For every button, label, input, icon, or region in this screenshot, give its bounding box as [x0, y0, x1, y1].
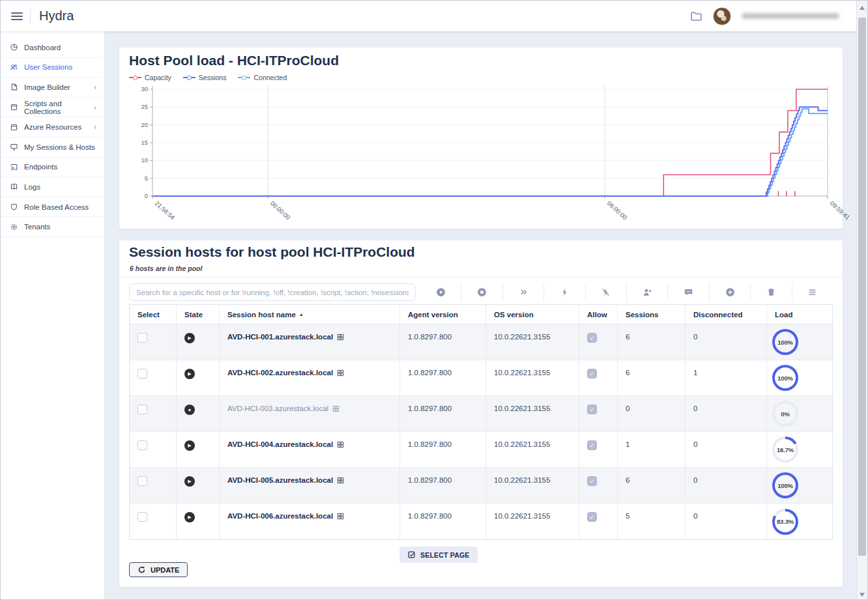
dashboard-icon: [10, 43, 18, 51]
sessions-count: 6: [618, 360, 686, 395]
legend-item-capacity[interactable]: Capacity: [129, 74, 171, 81]
row-select-checkbox[interactable]: [137, 333, 147, 343]
folder-icon[interactable]: [690, 10, 702, 22]
session-host-name[interactable]: AVD-HCI-001.azurestack.local: [227, 333, 333, 341]
col-state[interactable]: State: [177, 305, 220, 324]
host-search-input[interactable]: [129, 283, 416, 301]
col-session-host-name[interactable]: Session host name▲: [220, 305, 400, 324]
section-subtitle: 6 hosts are in the pool: [130, 264, 202, 272]
user-avatar[interactable]: [713, 7, 731, 25]
apps-grid-icon[interactable]: [337, 441, 344, 448]
sidebar-item-scripts-and-collections[interactable]: Scripts and Collections‹: [1, 98, 104, 118]
allow-checkbox[interactable]: ✓: [587, 369, 597, 379]
session-host-name[interactable]: AVD-HCI-002.azurestack.local: [227, 369, 333, 377]
apps-grid-icon[interactable]: [337, 369, 344, 377]
state-running-icon: ▶: [184, 369, 195, 379]
col-allow[interactable]: Allow: [579, 305, 618, 324]
allow-checkbox[interactable]: ✓: [587, 333, 597, 343]
svg-text:21:58:54: 21:58:54: [154, 199, 177, 221]
sidebar-item-endpoints[interactable]: Endpoints: [1, 158, 104, 178]
chart-legend: CapacitySessionsConnected: [129, 74, 287, 81]
col-os-version[interactable]: OS version: [486, 305, 579, 324]
stop-hosts-button[interactable]: [461, 283, 502, 301]
sidebar-item-image-builder[interactable]: Image Builder‹: [1, 78, 104, 98]
table-row: ▶AVD-HCI-004.azurestack.local1.0.8297.80…: [130, 432, 832, 468]
host-actions-toolbar: [420, 283, 833, 301]
session-hosts-table: Select State Session host name▲ Agent ve…: [129, 304, 833, 540]
session-host-name[interactable]: AVD-HCI-004.azurestack.local: [227, 440, 333, 448]
scroll-up-arrow-icon[interactable]: [860, 6, 865, 10]
check-square-icon: [407, 550, 416, 559]
svg-text:09:59:41: 09:59:41: [829, 199, 852, 221]
legend-label: Sessions: [199, 74, 227, 81]
sidebar-item-my-sessions-hosts[interactable]: My Sessions & Hosts: [1, 137, 104, 158]
row-select-checkbox[interactable]: [137, 405, 147, 414]
session-host-name[interactable]: AVD-HCI-003.azurestack.local: [227, 405, 328, 412]
sidebar-item-dashboard[interactable]: Dashboard: [1, 38, 104, 58]
legend-item-connected[interactable]: Connected: [238, 74, 287, 81]
svg-text:0: 0: [145, 192, 148, 199]
col-load[interactable]: Load: [767, 305, 832, 324]
allow-checkbox[interactable]: ✓: [587, 512, 597, 522]
hamburger-menu-icon[interactable]: [11, 10, 23, 22]
sidebar-item-user-sessions[interactable]: User Sessions: [1, 58, 104, 78]
apps-grid-icon[interactable]: [337, 513, 344, 520]
chevron-collapsed-icon: ‹: [94, 123, 96, 131]
scroll-down-arrow-icon[interactable]: [860, 593, 865, 597]
col-select[interactable]: Select: [130, 305, 177, 324]
apps-grid-icon[interactable]: [332, 405, 340, 412]
bolt-icon: [560, 287, 570, 297]
select-page-button[interactable]: SELECT PAGE: [399, 547, 478, 563]
power-on-button[interactable]: [543, 283, 585, 301]
row-select-checkbox[interactable]: [137, 440, 147, 450]
apps-grid-icon[interactable]: [337, 334, 344, 341]
sidebar-item-azure-resources[interactable]: Azure Resources‹: [1, 117, 104, 137]
col-sessions[interactable]: Sessions: [618, 305, 686, 324]
sidebar-item-role-based-access[interactable]: Role Based Access: [1, 197, 104, 218]
session-hosts-card: Session hosts for host pool HCI-ITProClo…: [119, 240, 843, 587]
svg-text:30: 30: [141, 85, 148, 93]
allow-checkbox[interactable]: ✓: [587, 476, 597, 486]
legend-item-sessions[interactable]: Sessions: [183, 74, 227, 81]
sidebar-item-logs[interactable]: Logs: [1, 177, 104, 197]
session-host-name[interactable]: AVD-HCI-005.azurestack.local: [227, 476, 333, 484]
delete-host-button[interactable]: [750, 283, 791, 301]
skip-button[interactable]: [502, 283, 543, 301]
start-hosts-button[interactable]: [420, 283, 461, 301]
sidebar-item-tenants[interactable]: Tenants: [1, 217, 104, 237]
plus-circle-icon: [725, 287, 735, 297]
host-pool-load-card: Host Pool load - HCI-ITProCloud Capacity…: [119, 48, 843, 229]
row-select-checkbox[interactable]: [137, 512, 147, 522]
load-value: 16.7%: [775, 439, 796, 460]
section-title: Session hosts for host pool HCI-ITProClo…: [129, 244, 415, 260]
update-button[interactable]: UPDATE: [129, 562, 188, 577]
session-host-name[interactable]: AVD-HCI-006.azurestack.local: [227, 512, 333, 520]
more-menu-button[interactable]: [792, 283, 833, 301]
scrollbar-thumb[interactable]: [858, 18, 866, 556]
add-host-button[interactable]: [709, 283, 750, 301]
os-version: 10.0.22621.3155: [486, 432, 579, 467]
col-disconnected[interactable]: Disconnected: [686, 305, 767, 324]
allow-checkbox[interactable]: ✓: [587, 405, 597, 414]
stop-circle-icon: [477, 287, 487, 297]
load-ring: 100%: [772, 329, 798, 355]
allow-checkbox[interactable]: ✓: [587, 440, 597, 450]
power-off-button[interactable]: [585, 283, 626, 301]
apps-grid-icon[interactable]: [337, 477, 344, 484]
message-icon: [684, 287, 693, 297]
play-circle-icon: [436, 287, 446, 297]
double-chevron-icon: [519, 287, 528, 297]
vertical-scrollbar[interactable]: [856, 1, 867, 600]
logoff-users-button[interactable]: [626, 283, 667, 301]
row-select-checkbox[interactable]: [137, 369, 147, 379]
scripts-icon: [10, 103, 18, 111]
send-message-button[interactable]: [667, 283, 708, 301]
row-select-checkbox[interactable]: [137, 476, 147, 486]
agent-version: 1.0.8297.800: [400, 468, 486, 503]
app-window: Hydra Dashboard User Sessions Image Buil…: [0, 0, 868, 600]
state-running-icon: ▶: [184, 512, 195, 522]
agent-version: 1.0.8297.800: [400, 360, 486, 395]
state-running-icon: ▶: [184, 440, 195, 451]
load-ring: 100%: [772, 472, 798, 498]
col-agent-version[interactable]: Agent version: [400, 305, 486, 324]
